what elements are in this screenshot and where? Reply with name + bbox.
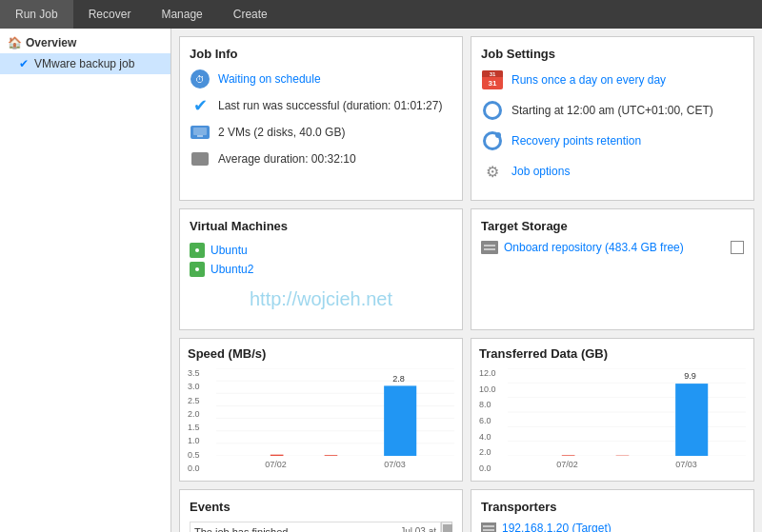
transferred-chart-panel: Transferred Data (GB) 12.0 10.0 8.0 6.0 …	[471, 338, 754, 482]
vm-ubuntu2[interactable]: Ubuntu2	[190, 260, 452, 279]
speed-chart-title: Speed (MB/s)	[188, 346, 454, 361]
sidebar-overview-label: Overview	[26, 36, 76, 49]
vm-panel-title: Virtual Machines	[190, 219, 452, 233]
transporters-panel: Transporters 192.168.1.20 (Target) Trans…	[471, 489, 754, 532]
svg-text:2.8: 2.8	[392, 375, 405, 384]
svg-rect-33	[675, 384, 708, 456]
sidebar-overview: 🏠 Overview	[0, 32, 170, 53]
vm-ubuntu-icon	[190, 243, 205, 258]
schedule-icon: ⏱	[190, 69, 211, 89]
menu-recover[interactable]: Recover	[73, 0, 147, 29]
transferred-x-axis: 07/02 07/03	[508, 456, 746, 473]
svg-rect-0	[193, 128, 207, 135]
last-run-text: Last run was successful (duration: 01:01…	[218, 99, 442, 112]
speed-chart-panel: Speed (MB/s) 3.5 3.0 2.5 2.0 1.5 1.0 0.5…	[179, 338, 463, 482]
svg-rect-39	[483, 525, 494, 527]
vm-ubuntu2-link[interactable]: Ubuntu2	[211, 263, 253, 276]
vm-ubuntu-link[interactable]: Ubuntu	[211, 244, 248, 257]
job-settings-panel: Job Settings 31 31 Runs once a day on ev…	[471, 36, 754, 201]
retention-row: Recovery points retention	[481, 129, 744, 152]
schedule-row: ⏱ Waiting on schedule	[190, 69, 452, 89]
event-time-1: Jul 03 at1:14 am	[400, 526, 436, 532]
sidebar-job-item[interactable]: ✔ VMware backup job	[0, 53, 170, 74]
start-time-row: Starting at 12:00 am (UTC+01:00, CET)	[481, 99, 744, 122]
job-options-link[interactable]: Job options	[511, 165, 570, 178]
svg-rect-6	[482, 242, 497, 253]
vm-ubuntu2-icon	[190, 262, 205, 277]
sidebar-job-label: VMware backup job	[34, 57, 134, 70]
events-body-wrapper: The job has finished The "VMware backup …	[190, 522, 452, 532]
menu-create[interactable]: Create	[218, 0, 283, 29]
vm-icon	[190, 122, 211, 143]
events-panel: Events The job has finished The "VMware …	[179, 489, 463, 532]
watermark-text: http://wojcieh.net	[190, 279, 452, 320]
transporter-item-1: 192.168.1.20 (Target)	[481, 522, 744, 532]
job-info-title: Job Info	[190, 47, 452, 61]
svg-rect-40	[483, 529, 494, 531]
svg-rect-7	[484, 245, 495, 246]
transporter-link-1[interactable]: 192.168.1.20 (Target)	[502, 522, 612, 532]
svg-text:9.9: 9.9	[684, 372, 696, 381]
svg-rect-19	[384, 385, 416, 456]
gear-icon: ⚙	[481, 160, 504, 183]
speed-x-axis: 07/02 07/03	[216, 456, 454, 473]
schedule-settings-row: 31 31 Runs once a day on every day	[481, 69, 744, 91]
events-scrollbar[interactable]	[441, 522, 452, 532]
event-item-1: The job has finished The "VMware backup …	[194, 526, 436, 532]
virtual-machines-panel: Virtual Machines Ubuntu Ubuntu2 http://w…	[179, 208, 463, 330]
content-area: Job Info ⏱ Waiting on schedule ✔ Last ru…	[171, 29, 762, 532]
target-storage-panel: Target Storage Onboard repository (483.4…	[471, 208, 754, 330]
main-layout: 🏠 Overview ✔ VMware backup job Job Info …	[0, 29, 762, 532]
storage-link[interactable]: Onboard repository (483.4 GB free)	[504, 241, 684, 254]
time-icon	[481, 99, 504, 122]
calendar-icon: 31 31	[481, 69, 504, 91]
transporters-title: Transporters	[481, 500, 744, 514]
avg-duration-row: Average duration: 00:32:10	[190, 148, 452, 169]
menu-bar: Run Job Recover Manage Create	[0, 0, 762, 29]
menu-run-job[interactable]: Run Job	[0, 0, 73, 29]
event-text-1: The job has finished The "VMware backup …	[194, 526, 394, 532]
checkbox-checked-icon: ✔	[19, 57, 29, 70]
svg-point-5	[195, 267, 199, 271]
avg-duration-text: Average duration: 00:32:10	[218, 152, 356, 166]
target-storage-title: Target Storage	[481, 219, 744, 233]
speed-chart-area: 2.8	[216, 368, 454, 456]
svg-rect-8	[484, 248, 495, 250]
event-line-1: The job has finished	[194, 526, 394, 532]
speed-y-axis: 3.5 3.0 2.5 2.0 1.5 1.0 0.5 0.0	[188, 368, 214, 473]
vm-ubuntu[interactable]: Ubuntu	[190, 241, 452, 260]
clock-icon	[190, 148, 211, 169]
vms-text: 2 VMs (2 disks, 40.0 GB)	[218, 126, 345, 139]
storage-icon	[481, 241, 498, 254]
events-scrollbar-thumb[interactable]	[443, 524, 452, 532]
job-options-row: ⚙ Job options	[481, 160, 744, 183]
check-icon: ✔	[190, 95, 211, 116]
transferred-y-axis: 12.0 10.0 8.0 6.0 4.0 2.0 0.0	[479, 368, 506, 473]
svg-point-3	[195, 248, 199, 252]
schedule-settings-link[interactable]: Runs once a day on every day	[511, 73, 666, 87]
retention-icon	[481, 129, 504, 152]
transferred-chart-title: Transferred Data (GB)	[479, 346, 746, 361]
events-list: The job has finished The "VMware backup …	[190, 522, 441, 532]
storage-checkbox[interactable]	[731, 241, 744, 254]
transporter-icon-1	[481, 522, 496, 532]
start-time-text: Starting at 12:00 am (UTC+01:00, CET)	[511, 104, 713, 117]
job-info-panel: Job Info ⏱ Waiting on schedule ✔ Last ru…	[179, 36, 463, 201]
schedule-link[interactable]: Waiting on schedule	[218, 72, 321, 86]
storage-row: Onboard repository (483.4 GB free)	[481, 241, 744, 254]
transferred-chart-area: 9.9	[508, 368, 746, 456]
last-run-row: ✔ Last run was successful (duration: 01:…	[190, 95, 452, 116]
transferred-chart-container: 12.0 10.0 8.0 6.0 4.0 2.0 0.0	[479, 368, 746, 473]
job-settings-title: Job Settings	[481, 47, 744, 61]
vms-row: 2 VMs (2 disks, 40.0 GB)	[190, 122, 452, 143]
sidebar: 🏠 Overview ✔ VMware backup job	[0, 29, 171, 532]
events-title: Events	[190, 500, 452, 514]
menu-manage[interactable]: Manage	[146, 0, 217, 29]
house-icon: 🏠	[8, 36, 22, 49]
speed-chart-container: 3.5 3.0 2.5 2.0 1.5 1.0 0.5 0.0	[188, 368, 454, 473]
svg-rect-1	[197, 135, 203, 137]
retention-link[interactable]: Recovery points retention	[511, 134, 641, 148]
